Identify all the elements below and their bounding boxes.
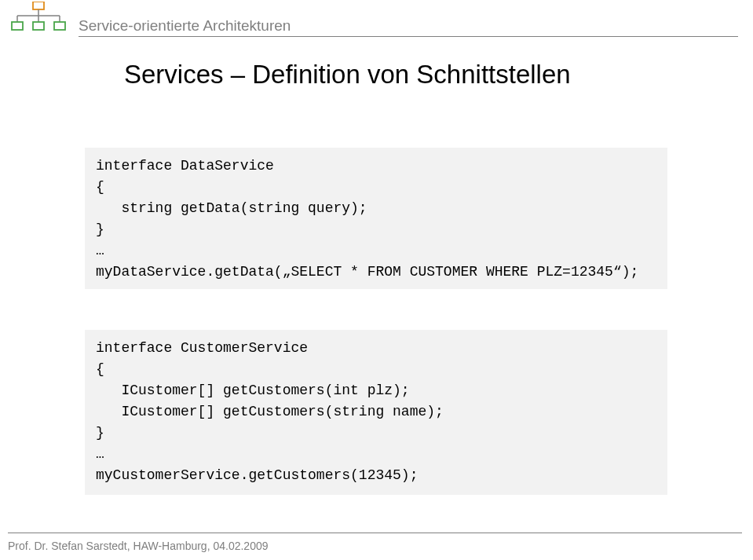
header-divider bbox=[79, 36, 738, 37]
footer-divider bbox=[8, 533, 742, 533]
svg-rect-6 bbox=[12, 22, 23, 30]
footer-text: Prof. Dr. Stefan Sarstedt, HAW-Hamburg, … bbox=[8, 540, 269, 552]
svg-rect-0 bbox=[33, 2, 44, 9]
slide-page: Service-orientierte Architekturen Servic… bbox=[0, 0, 753, 560]
slide-title: Services – Definition von Schnittstellen bbox=[124, 60, 571, 90]
svg-rect-8 bbox=[54, 22, 65, 30]
header-course-title: Service-orientierte Architekturen bbox=[79, 17, 291, 35]
svg-rect-7 bbox=[33, 22, 44, 30]
code-block-customerservice: interface CustomerService { ICustomer[] … bbox=[85, 330, 667, 495]
code-block-dataservice: interface DataService { string getData(s… bbox=[85, 148, 667, 289]
logo-diagram-icon bbox=[11, 2, 70, 41]
